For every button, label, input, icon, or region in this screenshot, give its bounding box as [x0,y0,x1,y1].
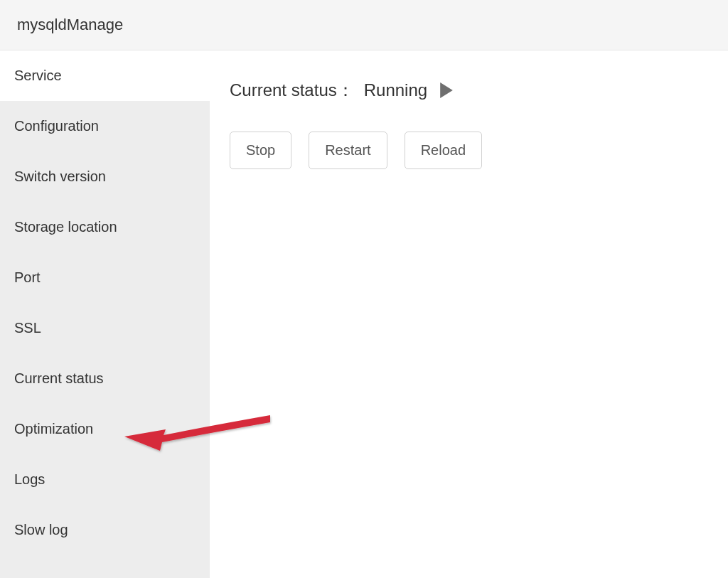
status-row: Current status： Running [230,79,708,102]
sidebar-item-current-status[interactable]: Current status [0,353,210,404]
button-row: Stop Restart Reload [230,132,708,169]
sidebar-item-label: Optimization [14,421,93,437]
sidebar-item-label: Service [14,68,62,83]
sidebar-item-ssl[interactable]: SSL [0,303,210,353]
header-bar: mysqldManage [0,0,728,50]
sidebar-item-configuration[interactable]: Configuration [0,101,210,151]
sidebar-item-label: Current status [14,370,104,386]
restart-button[interactable]: Restart [309,132,387,169]
sidebar-item-label: Slow log [14,522,68,537]
reload-button[interactable]: Reload [405,132,482,169]
sidebar: Service Configuration Switch version Sto… [0,50,210,578]
sidebar-item-slow-log[interactable]: Slow log [0,505,210,555]
sidebar-item-label: Configuration [14,118,99,134]
page-title: mysqldManage [17,16,711,34]
sidebar-item-optimization[interactable]: Optimization [0,404,210,454]
svg-marker-0 [440,82,453,98]
stop-button[interactable]: Stop [230,132,291,169]
status-label: Current status： [230,79,354,102]
main-container: Service Configuration Switch version Sto… [0,50,728,578]
sidebar-item-label: Port [14,269,41,285]
sidebar-item-label: Logs [14,471,45,487]
content-area: Current status： Running Stop Restart Rel… [210,50,728,578]
sidebar-item-label: Storage location [14,219,117,235]
play-icon [440,82,453,98]
sidebar-item-logs[interactable]: Logs [0,454,210,505]
sidebar-item-label: Switch version [14,168,106,184]
sidebar-item-label: SSL [14,320,41,336]
sidebar-item-service[interactable]: Service [0,50,210,101]
sidebar-item-switch-version[interactable]: Switch version [0,151,210,202]
status-value: Running [364,80,427,100]
sidebar-item-storage-location[interactable]: Storage location [0,202,210,252]
sidebar-item-port[interactable]: Port [0,252,210,303]
